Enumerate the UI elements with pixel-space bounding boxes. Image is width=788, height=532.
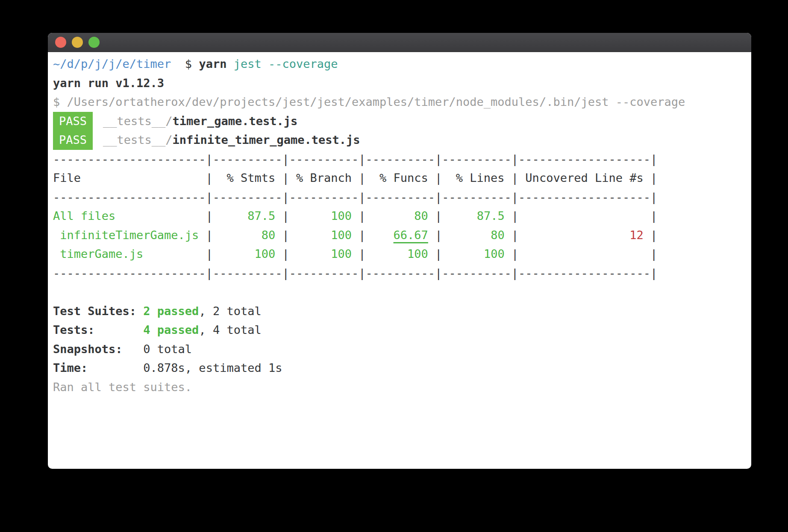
terminal-text-segment: ----------------------|----------|------… — [53, 190, 657, 204]
terminal-text-segment: | — [435, 247, 442, 260]
terminal-text-segment: 100 — [442, 247, 512, 260]
terminal-text-segment: | — [359, 228, 365, 242]
pass-badge: PASS — [53, 131, 93, 150]
terminal-text-segment: | — [650, 209, 657, 222]
terminal-text-segment: 2 passed — [143, 304, 199, 318]
terminal-text-segment — [518, 209, 650, 222]
summary-snapshots: Snapshots: 0 total — [53, 340, 744, 359]
terminal-text-segment: 87.5 — [442, 209, 512, 222]
terminal-text-segment: 80 — [213, 228, 282, 242]
terminal-text-segment — [518, 247, 650, 260]
terminal-text-segment: 0.878s, estimated 1s — [143, 361, 282, 374]
yarn-version-line: yarn run v1.12.3 — [53, 74, 744, 93]
terminal-text-segment: 100 — [366, 247, 435, 260]
terminal-text-segment: ~/d/p/j/j/e/timer — [53, 57, 171, 70]
coverage-separator: ----------------------|----------|------… — [53, 188, 744, 207]
terminal-text-segment: 4 passed — [143, 323, 199, 336]
terminal-text-segment: Snapshots: — [53, 342, 143, 356]
blank-line — [53, 283, 744, 302]
terminal-text-segment: 12 — [629, 228, 644, 242]
terminal-text-segment: Time: — [53, 361, 143, 374]
terminal-text-segment: | — [435, 209, 442, 222]
terminal-text-segment: | — [435, 228, 442, 242]
coverage-row-timer-game: timerGame.js | 100 | 100 | 100 | 100 | | — [53, 245, 744, 264]
terminal-text-segment — [428, 228, 435, 242]
terminal-text-segment: | — [512, 209, 518, 222]
terminal-text-segment: | — [650, 228, 657, 242]
terminal-output[interactable]: ~/d/p/j/j/e/timer $ yarn jest --coverage… — [48, 52, 751, 397]
terminal-text-segment — [518, 228, 629, 242]
terminal-text-segment: | — [282, 209, 289, 222]
test-result-line-timer-game: PASS__tests__/timer_game.test.js — [53, 112, 744, 131]
coverage-separator: ----------------------|----------|------… — [53, 150, 744, 169]
coverage-row-all-files: All files | 87.5 | 100 | 80 | 87.5 | | — [53, 207, 744, 226]
terminal-text-segment: ----------------------|----------|------… — [53, 152, 657, 166]
terminal-text-segment: 100 — [213, 247, 282, 260]
terminal-text-segment: 0 total — [143, 342, 192, 356]
terminal-text-segment: __tests__/ — [103, 133, 173, 146]
summary-test-suites: Test Suites: 2 passed, 2 total — [53, 302, 744, 321]
terminal-text-segment: $ — [171, 57, 199, 70]
terminal-text-segment: | — [512, 247, 518, 260]
coverage-separator: ----------------------|----------|------… — [53, 264, 744, 283]
terminal-text-segment: 80 — [442, 228, 512, 242]
terminal-text-segment: Tests: — [53, 323, 143, 336]
terminal-text-segment: | — [282, 228, 289, 242]
terminal-window: ~/d/p/j/j/e/timer $ yarn jest --coverage… — [48, 33, 751, 469]
summary-time: Time: 0.878s, estimated 1s — [53, 359, 744, 378]
footer-line: Ran all test suites. — [53, 378, 744, 397]
pass-badge: PASS — [53, 112, 93, 131]
terminal-text-segment: infiniteTimerGame.js — [53, 228, 206, 242]
terminal-text-segment: | — [206, 228, 213, 242]
terminal-text-segment: $ /Users/ortatherox/dev/projects/jest/je… — [53, 95, 685, 108]
terminal-text-segment: ----------------------|----------|------… — [53, 266, 657, 280]
minimize-button[interactable] — [72, 37, 83, 48]
terminal-text-segment — [366, 228, 394, 242]
terminal-text-segment: | — [206, 247, 213, 260]
terminal-text-segment: | — [282, 247, 289, 260]
terminal-text-segment — [226, 57, 233, 70]
terminal-text-segment: yarn run v1.12.3 — [53, 76, 164, 90]
coverage-row-infinite-timer-game: infiniteTimerGame.js | 80 | 100 | 66.67 … — [53, 226, 744, 245]
terminal-text-segment: 100 — [289, 247, 359, 260]
terminal-text-segment: 100 — [289, 228, 359, 242]
terminal-text-segment: , 4 total — [199, 323, 261, 336]
terminal-text-segment: 100 — [289, 209, 359, 222]
terminal-text-segment: | — [650, 247, 657, 260]
terminal-text-segment: | — [359, 247, 365, 260]
terminal-text-segment: 80 — [366, 209, 435, 222]
close-button[interactable] — [55, 37, 66, 48]
shell-prompt-line: ~/d/p/j/j/e/timer $ yarn jest --coverage — [53, 55, 744, 74]
window-titlebar[interactable] — [48, 33, 751, 52]
terminal-text-segment: | — [206, 209, 213, 222]
coverage-header: File | % Stmts | % Branch | % Funcs | % … — [53, 169, 744, 188]
terminal-text-segment: , 2 total — [199, 304, 261, 318]
zoom-button[interactable] — [88, 37, 100, 48]
terminal-text-segment: Test Suites: — [53, 304, 143, 318]
terminal-text-segment: infinite_timer_game.test.js — [173, 133, 360, 146]
terminal-text-segment: Ran all test suites. — [53, 380, 192, 394]
test-result-line-infinite-timer-game: PASS__tests__/infinite_timer_game.test.j… — [53, 131, 744, 150]
terminal-text-segment: All files — [53, 209, 206, 222]
summary-tests: Tests: 4 passed, 4 total — [53, 321, 744, 340]
terminal-text-segment: timerGame.js — [53, 247, 206, 260]
terminal-text-segment: File | % Stmts | % Branch | % Funcs | % … — [53, 171, 657, 184]
terminal-text-segment: yarn — [199, 57, 226, 70]
jest-command-line: $ /Users/ortatherox/dev/projects/jest/je… — [53, 93, 744, 112]
terminal-text-segment: jest --coverage — [234, 57, 338, 70]
terminal-text-segment: timer_game.test.js — [173, 114, 298, 128]
terminal-text-segment: 66.67 — [394, 228, 428, 242]
terminal-text-segment: | — [359, 209, 365, 222]
terminal-text-segment: 87.5 — [213, 209, 282, 222]
terminal-text-segment: | — [512, 228, 518, 242]
terminal-text-segment: __tests__/ — [103, 114, 173, 128]
terminal-text-segment — [644, 228, 650, 242]
